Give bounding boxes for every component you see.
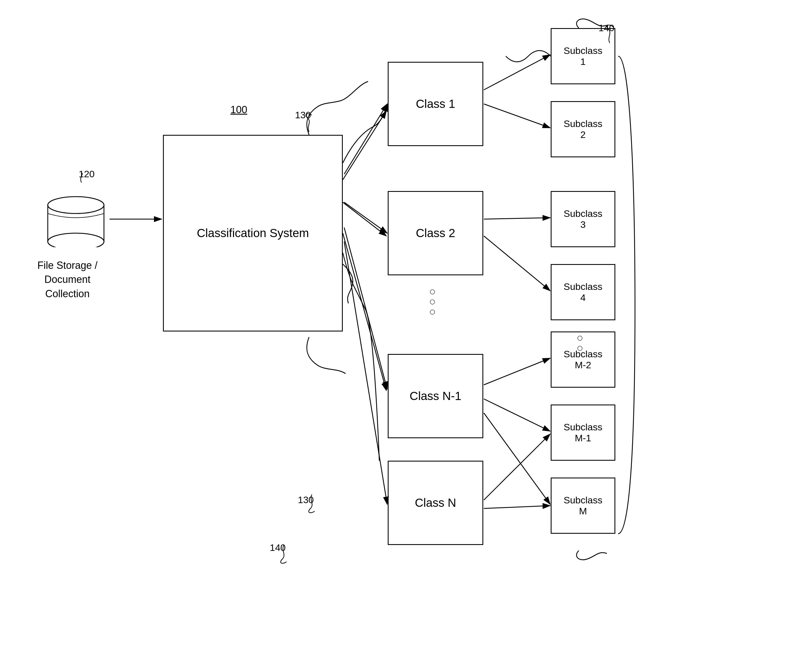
subclassm2-box: Subclass M-2 [551,332,615,388]
subclass4-box: Subclass 4 [551,264,615,320]
subclass2-label: Subclass 2 [564,118,602,140]
subclass-dots [577,336,583,351]
ref-100: 100 [230,104,247,116]
subclassm1-box: Subclass M-1 [551,405,615,461]
class1-box: Class 1 [388,62,483,146]
subclass4-label: Subclass 4 [564,281,602,303]
subclass3-label: Subclass 3 [564,208,602,230]
class2-box: Class 2 [388,191,483,275]
classification-system-box: Classification System [163,135,343,332]
svg-line-11 [484,218,550,219]
diagram-container: 120 File Storage / Document Collection C… [0,0,812,652]
dot5 [577,346,583,351]
svg-line-2 [343,111,386,180]
wavy-130-bottom [295,492,329,514]
svg-line-4 [343,233,386,390]
svg-point-19 [48,197,104,213]
database-label: File Storage / Document Collection [28,259,107,301]
classn-label: Class N [415,496,456,510]
subclassm1-label: Subclass M-1 [564,422,602,443]
svg-line-10 [484,104,550,128]
wavy-140-bottom [267,542,301,565]
svg-point-20 [48,233,104,247]
svg-line-17 [484,506,550,509]
svg-line-15 [484,413,550,504]
classnm1-label: Class N-1 [410,389,461,403]
svg-line-9 [484,55,550,90]
svg-line-6 [344,202,387,233]
wavy-120 [73,171,90,186]
svg-line-14 [484,399,550,431]
class-dots [430,289,435,315]
svg-line-3 [343,202,386,236]
classification-system-label: Classification System [197,226,309,240]
svg-line-8 [344,242,387,504]
subclassm-box: Subclass M [551,478,615,534]
classnm1-box: Class N-1 [388,354,483,438]
dot4 [577,336,583,341]
svg-line-5 [344,104,387,174]
class2-label: Class 2 [416,226,455,240]
svg-line-13 [484,358,550,385]
dot2 [430,299,435,305]
subclass1-label: Subclass 1 [564,45,602,67]
class1-label: Class 1 [416,97,455,111]
subclassm2-label: Subclass M-2 [564,349,602,370]
classn-box: Class N [388,461,483,545]
subclass3-box: Subclass 3 [551,191,615,247]
wavy-140-top [596,25,624,44]
svg-line-12 [484,236,550,291]
subclass2-box: Subclass 2 [551,101,615,157]
wavy-130-top [292,112,326,135]
svg-line-16 [484,434,550,500]
database-icon [45,191,107,247]
dot1 [430,289,435,294]
subclassm-label: Subclass M [564,495,602,516]
dot3 [430,309,435,315]
svg-line-7 [344,227,387,389]
